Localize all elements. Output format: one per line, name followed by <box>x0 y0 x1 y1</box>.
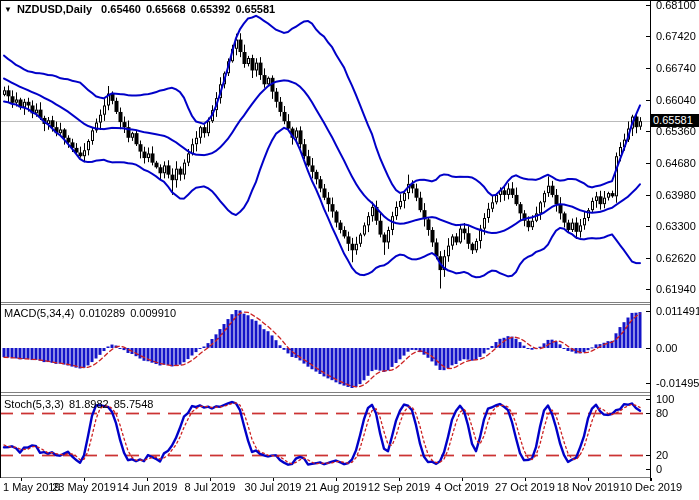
price-axis-label: 0.63980 <box>656 190 696 201</box>
chart-dropdown-icon[interactable]: ▼ <box>4 5 12 14</box>
ohlc-close-value: 0.65581 <box>235 3 275 15</box>
macd-indicator-name: MACD(5,34,4) <box>4 307 74 319</box>
date-axis-label: 18 Nov 2019 <box>557 482 619 493</box>
macd-axis-label: -0.014955 <box>656 378 699 389</box>
ohlc-open-value: 0.65460 <box>101 3 141 15</box>
macd-axis-label: 0.011491 <box>656 306 699 317</box>
date-axis-label: 12 Sep 2019 <box>368 482 430 493</box>
date-axis-label: 8 Jul 2019 <box>185 482 236 493</box>
stoch-axis-label: 100 <box>656 394 674 405</box>
stoch-axis-label: 80 <box>656 408 668 419</box>
macd-label: MACD(5,34,4)0.0102890.009910 <box>4 307 181 319</box>
price-axis-label: 0.63300 <box>656 221 696 232</box>
current-price-tag: 0.65581 <box>651 114 699 127</box>
date-axis-label: 30 Jul 2019 <box>245 482 302 493</box>
date-axis-label: 4 Oct 2019 <box>435 482 489 493</box>
price-axis-label: 0.67420 <box>656 31 696 42</box>
symbol-period-label: NZDUSD,Daily <box>17 3 92 15</box>
date-axis-label: 21 Aug 2019 <box>305 482 367 493</box>
stoch-indicator-name: Stoch(5,3,3) <box>4 398 64 410</box>
stoch-k-value: 81.8982 <box>69 398 109 410</box>
price-axis-label: 0.62620 <box>656 253 696 264</box>
date-axis-label: 14 Jun 2019 <box>117 482 178 493</box>
ohlc-low-value: 0.65392 <box>191 3 231 15</box>
stoch-d-value: 85.7548 <box>114 398 154 410</box>
price-axis-label: 0.64680 <box>656 158 696 169</box>
chart-title: ▼NZDUSD,Daily0.654600.656680.653920.6558… <box>4 3 280 15</box>
stoch-label: Stoch(5,3,3)81.898285.7548 <box>4 398 158 410</box>
price-axis-label: 0.66040 <box>656 95 696 106</box>
price-axis-label: 0.66740 <box>656 63 696 74</box>
macd-axis-label: 0.00 <box>656 343 677 354</box>
chart-canvas[interactable] <box>0 0 699 500</box>
price-axis-label: 0.61940 <box>656 284 696 295</box>
date-axis-label: 27 Oct 2019 <box>495 482 555 493</box>
stoch-axis-label: 20 <box>656 450 668 461</box>
trading-chart-window: ▼NZDUSD,Daily0.654600.656680.653920.6558… <box>0 0 699 500</box>
date-axis-label: 23 May 2019 <box>52 482 116 493</box>
macd-main-value: 0.010289 <box>79 307 125 319</box>
price-axis-label: 0.68100 <box>656 0 696 11</box>
date-axis-label: 10 Dec 2019 <box>620 482 682 493</box>
macd-signal-value: 0.009910 <box>130 307 176 319</box>
price-axis-label: 0.65360 <box>656 126 696 137</box>
ohlc-high-value: 0.65668 <box>146 3 186 15</box>
stoch-axis-label: 0 <box>656 464 662 475</box>
